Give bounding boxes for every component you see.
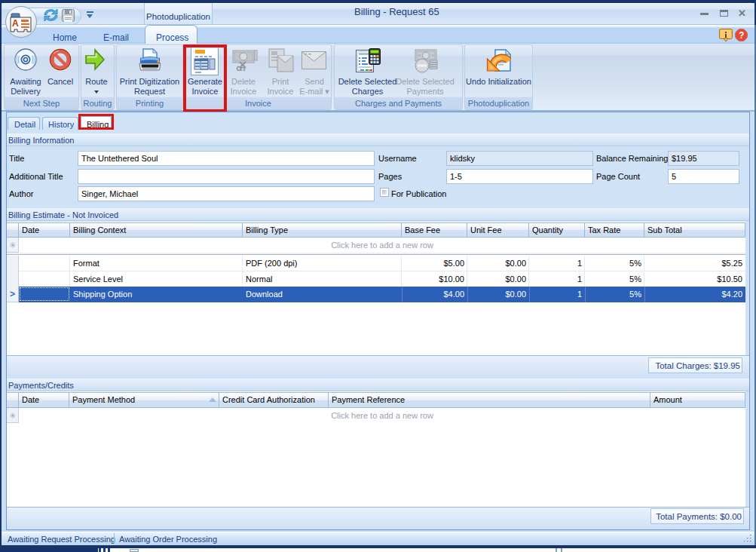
svg-text:?: ? [739, 30, 744, 41]
svg-text:A: A [12, 18, 19, 29]
